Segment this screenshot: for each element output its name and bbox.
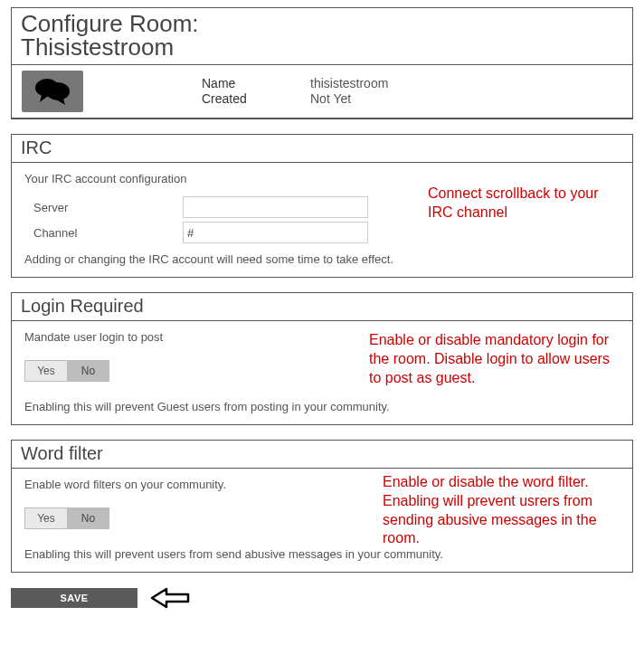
configure-room-panel: Configure Room: Thisistestroom Name Crea… bbox=[11, 7, 633, 119]
chat-bubbles-icon bbox=[33, 75, 72, 109]
login-note: Enabling this will prevent Guest users f… bbox=[24, 400, 620, 413]
info-labels: Name Created bbox=[93, 71, 310, 112]
login-title: Login Required bbox=[12, 293, 632, 321]
irc-title: IRC bbox=[12, 135, 632, 163]
server-label: Server bbox=[33, 201, 183, 214]
info-values: thisistestroom Not Yet bbox=[310, 71, 632, 112]
room-avatar bbox=[22, 71, 83, 112]
created-value: Not Yet bbox=[310, 91, 632, 107]
channel-input[interactable] bbox=[183, 222, 368, 243]
avatar-cell bbox=[12, 71, 93, 112]
wordfilter-callout: Enable or disable the word filter. Enabl… bbox=[383, 473, 618, 548]
login-no-button[interactable]: No bbox=[67, 361, 109, 381]
login-callout: Enable or disable mandatory login for th… bbox=[369, 331, 618, 387]
wordfilter-note: Enabling this will prevent users from se… bbox=[24, 547, 620, 561]
name-label: Name bbox=[202, 76, 235, 90]
channel-label: Channel bbox=[33, 226, 183, 240]
channel-row: Channel bbox=[33, 222, 620, 243]
created-label: Created bbox=[202, 91, 247, 106]
wordfilter-no-button[interactable]: No bbox=[67, 508, 109, 528]
irc-note: Adding or changing the IRC account will … bbox=[24, 252, 620, 266]
login-yes-button[interactable]: Yes bbox=[25, 361, 67, 381]
wordfilter-toggle: Yes No bbox=[24, 507, 109, 529]
wordfilter-panel: Word filter Enable word filters on your … bbox=[11, 440, 633, 573]
arrow-left-icon bbox=[150, 587, 192, 609]
server-input[interactable] bbox=[183, 196, 368, 218]
irc-lede: Your IRC account configuration bbox=[24, 172, 620, 185]
name-value: thisistestroom bbox=[310, 76, 632, 91]
room-name: Thisistestroom bbox=[21, 35, 623, 59]
page-title: Configure Room: Thisistestroom bbox=[12, 8, 632, 65]
svg-point-1 bbox=[46, 82, 70, 100]
save-button[interactable]: SAVE bbox=[11, 588, 137, 608]
login-panel: Login Required Mandate user login to pos… bbox=[11, 292, 633, 425]
save-row: SAVE bbox=[11, 587, 633, 609]
wordfilter-title: Word filter bbox=[12, 441, 632, 469]
wordfilter-yes-button[interactable]: Yes bbox=[25, 508, 67, 528]
room-info-row: Name Created thisistestroom Not Yet bbox=[12, 65, 632, 119]
login-toggle: Yes No bbox=[24, 360, 109, 382]
irc-panel: IRC Your IRC account configuration Serve… bbox=[11, 134, 633, 278]
irc-callout: Connect scrollback to your IRC channel bbox=[428, 185, 618, 223]
